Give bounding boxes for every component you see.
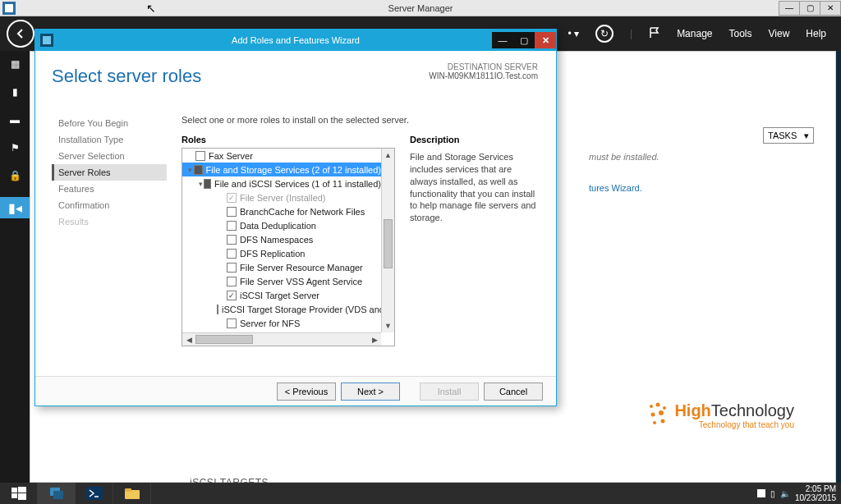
start-button[interactable] bbox=[0, 483, 38, 504]
role-label: File Server (Installed) bbox=[240, 193, 326, 203]
previous-button[interactable]: < Previous bbox=[277, 383, 336, 401]
role-label: Data Deduplication bbox=[240, 221, 316, 231]
wizard-close-button[interactable]: ✕ bbox=[535, 32, 556, 48]
role-label: iSCSI Target Server bbox=[240, 291, 319, 300]
role-checkbox[interactable] bbox=[227, 221, 237, 231]
role-tree-row[interactable]: DFS Replication bbox=[182, 246, 381, 260]
nav-file-storage-icon[interactable]: ▮◂ bbox=[0, 197, 30, 218]
wizard-step: Results bbox=[52, 213, 167, 230]
role-tree-row[interactable]: iSCSI Target Storage Provider (VDS and V… bbox=[182, 302, 381, 316]
role-checkbox[interactable] bbox=[227, 263, 237, 273]
nav-local-server-icon[interactable]: ▮ bbox=[8, 85, 21, 99]
expand-icon[interactable]: ▾ bbox=[186, 166, 194, 174]
role-tree-row[interactable]: File Server VSS Agent Service bbox=[182, 274, 381, 288]
role-checkbox[interactable] bbox=[227, 207, 237, 217]
role-tree-row[interactable]: Server for NFS bbox=[182, 316, 381, 330]
menu-view[interactable]: View bbox=[769, 28, 790, 39]
nav-dashboard-icon[interactable]: ▦ bbox=[8, 57, 21, 71]
cancel-button[interactable]: Cancel bbox=[484, 383, 543, 401]
next-button[interactable]: Next > bbox=[341, 383, 400, 401]
minimize-button[interactable]: — bbox=[779, 1, 800, 16]
scroll-up-icon[interactable]: ▲ bbox=[382, 149, 394, 162]
role-tree-row[interactable]: ▾File and Storage Services (2 of 12 inst… bbox=[182, 163, 381, 176]
hscroll-thumb[interactable] bbox=[195, 335, 253, 344]
wizard-step[interactable]: Installation Type bbox=[52, 131, 167, 148]
role-tree-row[interactable]: Data Deduplication bbox=[182, 218, 381, 232]
role-checkbox[interactable] bbox=[194, 165, 202, 175]
role-tree-row[interactable]: ▾File and iSCSI Services (1 of 11 instal… bbox=[182, 176, 381, 190]
vertical-scrollbar[interactable]: ▲ ▼ bbox=[381, 149, 394, 332]
svg-rect-12 bbox=[18, 487, 26, 493]
role-tree-row[interactable]: File Server (Installed) bbox=[182, 190, 381, 204]
wizard-step[interactable]: Server Selection bbox=[52, 148, 167, 164]
roles-label: Roles bbox=[182, 135, 206, 144]
tray-flag-icon[interactable] bbox=[757, 489, 765, 497]
svg-point-6 bbox=[659, 410, 664, 415]
role-label: Server for NFS bbox=[240, 318, 300, 328]
menu-manage[interactable]: Manage bbox=[677, 28, 712, 39]
nav-dns-icon[interactable]: 🔒 bbox=[8, 169, 21, 182]
role-checkbox[interactable] bbox=[227, 235, 237, 245]
system-tray[interactable]: ▯ 🔈 2:05 PM 10/23/2015 bbox=[752, 483, 841, 504]
svg-rect-16 bbox=[53, 491, 63, 499]
wizard-step[interactable]: Server Roles bbox=[52, 164, 167, 181]
wizard-footer: < Previous Next > Install Cancel bbox=[35, 376, 556, 405]
role-tree-row[interactable]: File Server Resource Manager bbox=[182, 260, 381, 274]
notifications-flag-icon[interactable] bbox=[649, 27, 660, 41]
menu-tools[interactable]: Tools bbox=[729, 28, 752, 39]
role-tree-row[interactable]: iSCSI Target Server bbox=[182, 288, 381, 302]
horizontal-scrollbar[interactable]: ◀ ▶ bbox=[182, 332, 381, 346]
role-tree-row[interactable]: BranchCache for Network Files bbox=[182, 204, 381, 218]
role-checkbox[interactable] bbox=[195, 151, 205, 161]
role-checkbox[interactable] bbox=[204, 179, 211, 189]
role-checkbox[interactable] bbox=[227, 249, 237, 259]
role-checkbox[interactable] bbox=[227, 291, 237, 300]
wizard-title: Add Roles and Features Wizard bbox=[232, 35, 360, 45]
scroll-left-icon[interactable]: ◀ bbox=[182, 333, 195, 346]
tray-network-icon[interactable]: ▯ bbox=[770, 489, 775, 498]
wizard-step[interactable]: Features bbox=[52, 181, 167, 197]
nav-all-servers-icon[interactable]: ▬ bbox=[8, 113, 21, 126]
watermark-logo: HighTechnology Technology that teach you bbox=[646, 401, 794, 431]
description-text: File and Storage Services includes servi… bbox=[410, 151, 541, 224]
tray-clock[interactable]: 2:05 PM 10/23/2015 bbox=[795, 484, 836, 502]
wizard-minimize-button[interactable]: — bbox=[492, 32, 513, 48]
role-checkbox[interactable] bbox=[227, 277, 237, 286]
role-label: File Server VSS Agent Service bbox=[240, 277, 362, 286]
taskbar-server-manager[interactable] bbox=[38, 483, 76, 504]
expand-icon[interactable]: ▾ bbox=[197, 180, 204, 188]
scroll-thumb[interactable] bbox=[384, 219, 393, 268]
role-label: DFS Namespaces bbox=[240, 235, 313, 245]
maximize-button[interactable]: ▢ bbox=[799, 1, 820, 16]
refresh-dropdown-icon[interactable]: • ▾ bbox=[568, 28, 579, 39]
refresh-icon[interactable]: ↻ bbox=[595, 25, 614, 43]
nav-addc-icon[interactable]: ⚑ bbox=[8, 141, 21, 154]
scroll-down-icon[interactable]: ▼ bbox=[382, 319, 394, 332]
background-link[interactable]: tures Wizard. bbox=[589, 183, 642, 193]
svg-rect-11 bbox=[11, 488, 17, 493]
wizard-step[interactable]: Confirmation bbox=[52, 197, 167, 213]
menu-help[interactable]: Help bbox=[806, 28, 826, 39]
tasks-dropdown[interactable]: TASKS▾ bbox=[763, 127, 814, 144]
logo-text: HighTechnology bbox=[674, 401, 794, 420]
back-button[interactable] bbox=[7, 20, 34, 48]
scroll-right-icon[interactable]: ▶ bbox=[368, 333, 381, 346]
tray-volume-icon[interactable]: 🔈 bbox=[780, 489, 790, 498]
wizard-dialog: Add Roles and Features Wizard — ▢ ✕ Sele… bbox=[34, 29, 557, 406]
role-checkbox[interactable] bbox=[227, 318, 237, 328]
taskbar-powershell[interactable] bbox=[76, 483, 113, 504]
install-button: Install bbox=[420, 383, 479, 401]
role-tree-row[interactable]: Fax Server bbox=[182, 149, 381, 163]
svg-rect-1 bbox=[5, 4, 13, 12]
svg-rect-13 bbox=[11, 493, 17, 498]
role-checkbox[interactable] bbox=[217, 305, 218, 314]
role-tree-row[interactable]: DFS Namespaces bbox=[182, 232, 381, 246]
svg-point-5 bbox=[651, 413, 655, 417]
role-label: File Server Resource Manager bbox=[240, 263, 363, 273]
svg-point-3 bbox=[656, 403, 660, 407]
taskbar-explorer[interactable] bbox=[113, 483, 151, 504]
close-button[interactable]: ✕ bbox=[820, 1, 841, 16]
wizard-titlebar[interactable]: Add Roles and Features Wizard — ▢ ✕ bbox=[35, 30, 556, 51]
wizard-maximize-button[interactable]: ▢ bbox=[513, 32, 535, 48]
wizard-step[interactable]: Before You Begin bbox=[52, 115, 167, 131]
